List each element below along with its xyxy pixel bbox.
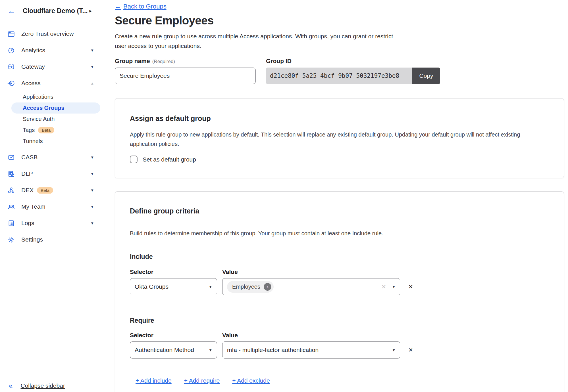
sidebar-item-label: Zero Trust overview: [21, 30, 74, 37]
sidebar-subitem-label: Tunnels: [23, 138, 43, 144]
page-description: Create a new rule group to use across mu…: [115, 32, 396, 51]
gear-icon: [7, 236, 15, 244]
sidebar-item-gateway[interactable]: Gateway ▼: [0, 58, 101, 75]
sidebar-item-label: Settings: [21, 236, 43, 243]
criteria-card: Define group criteria Build rules to det…: [115, 191, 564, 392]
account-expand-icon[interactable]: ▸: [89, 8, 92, 14]
sidebar-item-access[interactable]: Access ▲: [0, 75, 101, 91]
combo-controls: ✕ ▼: [381, 283, 396, 290]
add-require-link[interactable]: + Add require: [184, 377, 220, 384]
chevron-down-icon: ▼: [392, 285, 396, 289]
add-exclude-link[interactable]: + Add exclude: [232, 377, 270, 384]
group-id-value-box: d21ce80f-5a25-4bcf-9b07-5032197e3be8: [266, 68, 412, 84]
sidebar: ← Cloudflare Demo (T... ▸ Zero Trust ove…: [0, 0, 101, 392]
chevron-down-icon: ▼: [90, 205, 97, 209]
sidebar-item-access-groups[interactable]: Access Groups: [11, 102, 100, 114]
sidebar-item-settings[interactable]: Settings: [0, 231, 101, 248]
document-lock-icon: [7, 170, 15, 178]
chevron-down-icon: ▼: [90, 48, 97, 53]
group-fields-row: Group name(Required) Group ID d21ce80f-5…: [115, 58, 568, 84]
group-name-label-text: Group name: [115, 58, 150, 64]
default-group-description: Apply this rule group to new application…: [130, 130, 536, 149]
sidebar-subitem-label: Service Auth: [23, 116, 55, 122]
beta-badge: Beta: [37, 187, 53, 194]
sidebar-item-label: CASB: [21, 154, 38, 161]
criteria-description: Build rules to determine membership of t…: [130, 229, 536, 238]
require-value-dropdown[interactable]: mfa - multiple-factor authentication ▼: [222, 341, 400, 359]
back-to-groups-link[interactable]: ← Back to Groups: [115, 3, 167, 10]
sidebar-item-label: Analytics: [21, 47, 45, 54]
back-link-label: Back to Groups: [123, 3, 167, 10]
criteria-heading: Define group criteria: [130, 207, 549, 215]
back-arrow-icon: ←: [115, 3, 121, 10]
main-content: ← Back to Groups Secure Employees Create…: [101, 0, 568, 392]
include-selector-dropdown[interactable]: Okta Groups ▼: [130, 278, 217, 295]
chip-remove-icon[interactable]: x: [264, 283, 271, 291]
sidebar-item-applications[interactable]: Applications: [0, 91, 101, 102]
require-value: mfa - multiple-factor authentication: [227, 347, 319, 353]
sidebar-item-analytics[interactable]: Analytics ▼: [0, 42, 101, 58]
chevron-down-icon: ▼: [392, 348, 396, 352]
chevron-down-icon: ▼: [209, 285, 212, 289]
include-value-multiselect[interactable]: Employees x ✕ ▼: [222, 278, 400, 295]
copy-button[interactable]: Copy: [412, 68, 440, 84]
sidebar-nav: Zero Trust overview Analytics ▼ Gateway …: [0, 22, 101, 248]
chip-label: Employees: [232, 284, 260, 290]
logs-icon: [7, 219, 15, 227]
chevron-down-icon: ▼: [90, 188, 97, 192]
sidebar-item-label: Access: [21, 80, 41, 87]
nav-spacer: [0, 147, 101, 149]
back-arrow-icon[interactable]: ←: [7, 7, 15, 15]
beta-badge: Beta: [38, 127, 54, 133]
chevron-down-icon: ▼: [90, 65, 97, 69]
access-icon: [7, 79, 15, 87]
set-default-checkbox[interactable]: [130, 156, 138, 163]
account-name: Cloudflare Demo (T...: [23, 7, 89, 15]
sidebar-item-my-team[interactable]: My Team ▼: [0, 198, 101, 215]
include-rule-row: Okta Groups ▼ Employees x ✕ ▼ ✕: [130, 278, 549, 295]
sidebar-item-label: My Team: [21, 203, 45, 210]
chevron-down-icon: ▼: [90, 221, 97, 225]
group-name-label: Group name(Required): [115, 58, 256, 65]
sidebar-item-casb[interactable]: CASB ▼: [0, 149, 101, 165]
collapse-sidebar-button[interactable]: « Collapse sidebar: [0, 377, 101, 389]
sidebar-item-dex[interactable]: DEX Beta ▼: [0, 182, 101, 198]
clear-icon[interactable]: ✕: [381, 283, 386, 290]
include-heading: Include: [130, 253, 549, 261]
team-icon: [7, 203, 15, 211]
remove-require-rule-icon[interactable]: ✕: [408, 347, 413, 353]
value-column-label: Value: [222, 332, 238, 339]
sidebar-item-dlp[interactable]: DLP ▼: [0, 165, 101, 182]
sidebar-item-logs[interactable]: Logs ▼: [0, 215, 101, 231]
sidebar-item-label: DLP: [21, 170, 33, 177]
sidebar-item-service-auth[interactable]: Service Auth: [0, 114, 101, 125]
collapse-sidebar-label: Collapse sidebar: [20, 382, 65, 389]
group-id-label: Group ID: [266, 58, 440, 65]
group-name-input[interactable]: [115, 68, 256, 84]
require-selector-dropdown[interactable]: Authentication Method ▼: [130, 341, 217, 359]
sidebar-item-label: DEX: [21, 187, 34, 194]
chevron-up-icon: ▲: [90, 81, 97, 85]
gateway-icon: [7, 63, 15, 71]
page-title: Secure Employees: [115, 14, 568, 27]
selector-column-label: Selector: [130, 269, 222, 275]
sidebar-item-tags[interactable]: Tags Beta: [0, 125, 101, 136]
default-group-card: Assign as default group Apply this rule …: [115, 98, 564, 178]
default-group-heading: Assign as default group: [130, 114, 549, 123]
group-id-field-block: Group ID d21ce80f-5a25-4bcf-9b07-5032197…: [266, 58, 440, 84]
group-id-control: d21ce80f-5a25-4bcf-9b07-5032197e3be8 Cop…: [266, 68, 440, 84]
casb-icon: [7, 154, 15, 161]
sidebar-item-zero-trust-overview[interactable]: Zero Trust overview: [0, 26, 101, 42]
sidebar-item-tunnels[interactable]: Tunnels: [0, 136, 101, 147]
chevron-down-icon: ▼: [90, 172, 97, 176]
include-labels-row: Selector Value: [130, 269, 549, 275]
window-icon: [7, 30, 15, 38]
sidebar-subitem-label: Applications: [23, 94, 53, 100]
require-rule-row: Authentication Method ▼ mfa - multiple-f…: [130, 341, 549, 359]
sidebar-item-label: Gateway: [21, 63, 45, 70]
sidebar-item-label: Logs: [21, 220, 34, 227]
add-include-link[interactable]: + Add include: [136, 377, 172, 384]
sidebar-footer: « Collapse sidebar: [0, 377, 101, 389]
remove-include-rule-icon[interactable]: ✕: [408, 283, 413, 290]
set-default-checkbox-label: Set as default group: [143, 156, 196, 163]
